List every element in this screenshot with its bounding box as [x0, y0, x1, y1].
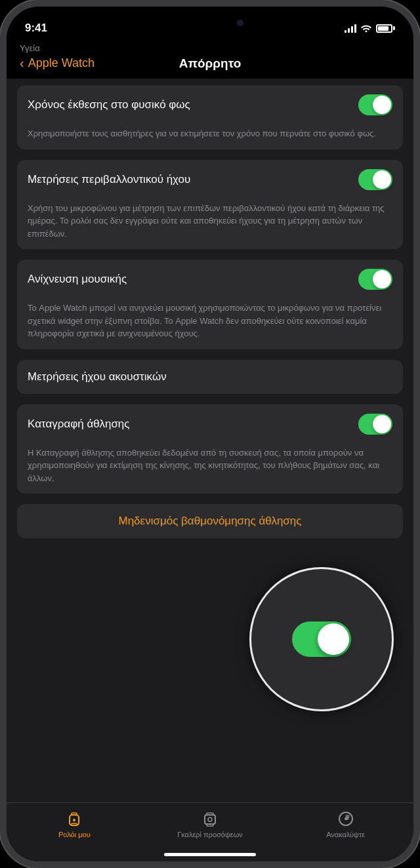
nav-bar: ‹ Apple Watch Απόρρητο [7, 53, 413, 79]
face-gallery-tab-label: Γκαλερί προσόψεων [177, 831, 243, 838]
reset-calibration-button[interactable]: Μηδενισμός βαθμονόμησης άθλησης [17, 504, 403, 538]
music-detection-label: Ανίχνευση μουσικής [28, 273, 358, 286]
battery-icon [376, 24, 395, 33]
tab-discover[interactable]: Ανακαλύψτε [278, 810, 413, 838]
workout-record-block: Καταγραφή άθλησης Η Καταγραφή άθλησης απ… [17, 404, 403, 494]
sunlight-exposure-row: Χρόνος έκθεσης στο φυσικό φως [17, 85, 403, 125]
music-detection-row: Ανίχνευση μουσικής [17, 260, 403, 299]
settings-content: Χρόνος έκθεσης στο φυσικό φως Χρησιμοποι… [7, 79, 413, 816]
tab-my-watch[interactable]: Ρολόι μου [7, 810, 142, 838]
env-sound-block: Μετρήσεις περιβαλλοντικού ήχου Χρήση του… [17, 160, 403, 250]
my-watch-tab-label: Ρολόι μου [58, 831, 91, 838]
svg-rect-5 [207, 813, 213, 815]
svg-point-3 [73, 819, 75, 821]
face-gallery-icon [201, 810, 219, 828]
workout-record-toggle[interactable] [358, 414, 392, 435]
back-label: Apple Watch [28, 56, 94, 70]
magnify-overlay [249, 567, 394, 711]
svg-rect-2 [72, 823, 77, 825]
home-indicator [164, 853, 256, 856]
workout-record-description: Η Καταγραφή άθλησης αποθηκεύει δεδομένα … [17, 444, 403, 494]
music-detection-description: Το Apple Watch μπορεί να ανιχνεύει μουσι… [17, 299, 403, 349]
back-button[interactable]: ‹ Apple Watch [20, 56, 94, 71]
svg-point-7 [208, 818, 212, 821]
env-sound-row: Μετρήσεις περιβαλλοντικού ήχου [17, 160, 403, 199]
discover-icon [337, 810, 355, 828]
wifi-icon [360, 23, 372, 34]
workout-record-toggle-magnified[interactable] [292, 621, 351, 657]
status-bar: 9:41 [7, 7, 413, 42]
phone-frame: 9:41 Υγεία [0, 0, 420, 868]
env-sound-description: Χρήση του μικροφώνου για μέτρηση των επι… [17, 199, 403, 250]
status-time: 9:41 [25, 22, 47, 35]
health-label: Υγεία [20, 43, 40, 53]
reset-calibration-label: Μηδενισμός βαθμονόμησης άθλησης [118, 515, 301, 527]
sunlight-exposure-toggle[interactable] [358, 94, 392, 115]
env-sound-label: Μετρήσεις περιβαλλοντικού ήχου [28, 173, 358, 186]
svg-point-10 [345, 818, 347, 820]
sunlight-exposure-label: Χρόνος έκθεσης στο φυσικό φως [28, 98, 358, 111]
sunlight-exposure-description: Χρησιμοποιήστε τους αισθητήρες για να εκ… [17, 125, 403, 149]
env-sound-toggle[interactable] [358, 169, 392, 190]
workout-record-label: Καταγραφή άθλησης [28, 418, 358, 431]
back-chevron-icon: ‹ [20, 56, 24, 71]
headphone-sound-block: Μετρήσεις ήχου ακουστικών [17, 360, 403, 394]
health-row: Υγεία [7, 42, 413, 53]
magnify-content [251, 569, 392, 709]
tab-face-gallery[interactable]: Γκαλερί προσόψεων [142, 810, 278, 838]
headphone-sound-label: Μετρήσεις ήχου ακουστικών [28, 370, 392, 384]
status-icons [345, 23, 395, 34]
page-title: Απόρρητο [179, 56, 242, 71]
workout-record-row: Καταγραφή άθλησης [17, 404, 403, 444]
headphone-sound-row: Μετρήσεις ήχου ακουστικών [17, 360, 403, 394]
discover-tab-label: Ανακαλύψτε [326, 831, 365, 838]
my-watch-icon [65, 810, 83, 828]
sunlight-exposure-block: Χρόνος έκθεσης στο φυσικό φως Χρησιμοποι… [17, 85, 403, 149]
camera-dot [237, 20, 243, 26]
svg-rect-4 [205, 815, 215, 824]
svg-rect-1 [72, 813, 77, 815]
svg-rect-6 [207, 824, 213, 826]
signal-icon [345, 24, 356, 33]
music-detection-block: Ανίχνευση μουσικής Το Apple Watch μπορεί… [17, 260, 403, 349]
music-detection-toggle[interactable] [358, 269, 392, 290]
status-notch [167, 12, 253, 34]
